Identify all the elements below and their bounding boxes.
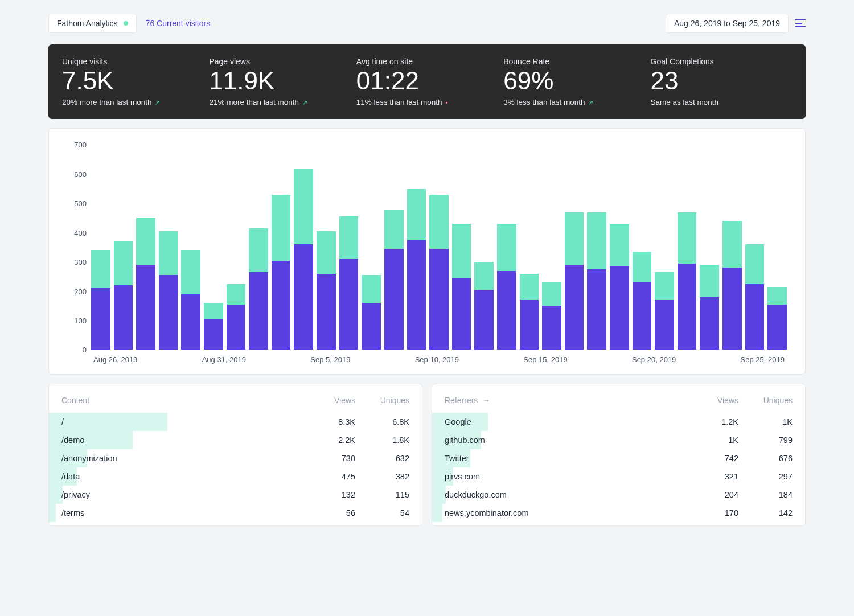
y-tick-label: 600	[74, 170, 87, 178]
chart-bar[interactable]	[384, 210, 404, 350]
bar-segment-pageviews	[452, 224, 471, 278]
stats-panel: Unique visits 7.5K 20% more than last mo…	[48, 44, 806, 119]
y-tick-label: 300	[74, 258, 87, 266]
referrers-row[interactable]: duckduckgo.com 204 184	[445, 486, 793, 504]
live-dot-icon	[124, 21, 128, 26]
row-views: 1.2K	[684, 417, 738, 426]
chart-bar[interactable]	[610, 224, 629, 350]
bar-segment-uniques	[633, 282, 652, 350]
content-row[interactable]: /demo 2.2K 1.8K	[61, 431, 409, 449]
row-label: /terms	[61, 508, 301, 518]
arrow-right-icon: →	[482, 396, 490, 405]
chart-bar[interactable]	[114, 241, 133, 350]
row-uniques: 142	[738, 508, 793, 518]
y-tick-label: 0	[83, 346, 87, 354]
bar-segment-pageviews	[767, 287, 787, 305]
stat-value: 7.5K	[62, 67, 203, 95]
bar-segment-pageviews	[542, 282, 561, 306]
chart-bar[interactable]	[159, 231, 178, 350]
chart-bar[interactable]	[542, 282, 561, 350]
y-tick-label: 200	[74, 287, 87, 295]
chart-bar[interactable]	[249, 228, 268, 350]
chart-bar[interactable]	[745, 244, 765, 350]
bar-segment-uniques	[722, 268, 742, 350]
stat-value: 69%	[503, 67, 644, 95]
stat-card: Bounce Rate 69% 3% less than last month …	[503, 57, 644, 106]
referrers-row[interactable]: Twitter 742 676	[445, 449, 793, 467]
chart-bar[interactable]	[678, 212, 697, 350]
chart-bar[interactable]	[587, 212, 606, 350]
bar-segment-uniques	[565, 265, 584, 350]
content-row[interactable]: / 8.3K 6.8K	[61, 413, 409, 431]
row-views: 730	[301, 454, 355, 463]
chart-bar[interactable]	[362, 275, 381, 350]
bar-segment-uniques	[317, 274, 336, 350]
referrers-table-card: Referrers → Views Uniques Google 1.2K 1K…	[432, 384, 806, 526]
chart-bar[interactable]	[767, 287, 787, 350]
bar-segment-pageviews	[272, 195, 291, 261]
bar-segment-pageviews	[497, 224, 516, 270]
chart-bar[interactable]	[181, 250, 200, 350]
row-label: Google	[445, 417, 684, 426]
stat-label: Goal Completions	[651, 57, 792, 66]
traffic-chart-card: 0100200300400500600700 Aug 26, 2019Aug 3…	[48, 128, 806, 375]
bar-segment-pageviews	[294, 169, 313, 245]
chart-bar[interactable]	[633, 252, 652, 350]
bar-segment-pageviews	[678, 212, 697, 264]
chart-bar[interactable]	[407, 189, 426, 350]
row-views: 1K	[684, 436, 738, 445]
chart-bar[interactable]	[722, 221, 742, 350]
bar-segment-pageviews	[520, 274, 539, 300]
traffic-chart[interactable]: 0100200300400500600700	[90, 145, 788, 350]
content-row[interactable]: /privacy 132 115	[61, 486, 409, 504]
chart-bar[interactable]	[294, 169, 313, 350]
chart-bar[interactable]	[565, 212, 584, 350]
content-row[interactable]: /data 475 382	[61, 467, 409, 486]
bar-segment-pageviews	[114, 241, 133, 285]
x-tick-label: Sep 15, 2019	[523, 355, 567, 364]
bar-segment-pageviews	[384, 210, 404, 249]
referrers-row[interactable]: Google 1.2K 1K	[445, 413, 793, 431]
chart-bar[interactable]	[136, 218, 155, 350]
site-selector[interactable]: Fathom Analytics	[48, 14, 137, 33]
stat-value: 11.9K	[209, 67, 350, 95]
chart-bar[interactable]	[452, 224, 471, 350]
referrers-row[interactable]: news.ycombinator.com 170 142	[445, 504, 793, 522]
chart-bar[interactable]	[204, 303, 223, 350]
content-row[interactable]: /terms 56 54	[61, 504, 409, 522]
stat-value: 23	[651, 67, 792, 95]
row-uniques: 115	[355, 490, 409, 499]
bar-segment-pageviews	[587, 212, 606, 269]
chart-bar[interactable]	[429, 195, 449, 350]
bar-segment-uniques	[474, 290, 494, 350]
row-label: /data	[61, 472, 301, 481]
bar-segment-pageviews	[700, 265, 719, 297]
bar-segment-uniques	[204, 319, 223, 350]
bar-segment-uniques	[655, 300, 674, 350]
chart-bar[interactable]	[227, 284, 246, 350]
bar-segment-uniques	[767, 305, 787, 350]
chart-bar[interactable]	[91, 250, 110, 350]
row-uniques: 676	[738, 454, 793, 463]
menu-icon[interactable]	[795, 19, 806, 27]
x-tick-label: Sep 25, 2019	[741, 355, 785, 364]
chart-bar[interactable]	[339, 216, 359, 350]
chart-bar[interactable]	[272, 195, 291, 350]
chart-bar[interactable]	[655, 272, 674, 350]
bar-segment-uniques	[136, 265, 155, 350]
referrers-row[interactable]: github.com 1K 799	[445, 431, 793, 449]
row-uniques: 632	[355, 454, 409, 463]
content-row[interactable]: /anonymization 730 632	[61, 449, 409, 467]
chart-bar[interactable]	[520, 274, 539, 350]
date-range-selector[interactable]: Aug 26, 2019 to Sep 25, 2019	[666, 14, 789, 33]
chart-bar[interactable]	[700, 265, 719, 350]
row-uniques: 1K	[738, 417, 793, 426]
chart-bar[interactable]	[317, 231, 336, 350]
current-visitors-link[interactable]: 76 Current visitors	[142, 14, 214, 32]
chart-bar[interactable]	[497, 224, 516, 350]
bar-segment-pageviews	[722, 221, 742, 268]
referrers-row[interactable]: pjrvs.com 321 297	[445, 467, 793, 486]
bar-segment-pageviews	[91, 250, 110, 289]
chart-bar[interactable]	[474, 262, 494, 350]
arrow-up-icon: ↗	[588, 99, 593, 106]
